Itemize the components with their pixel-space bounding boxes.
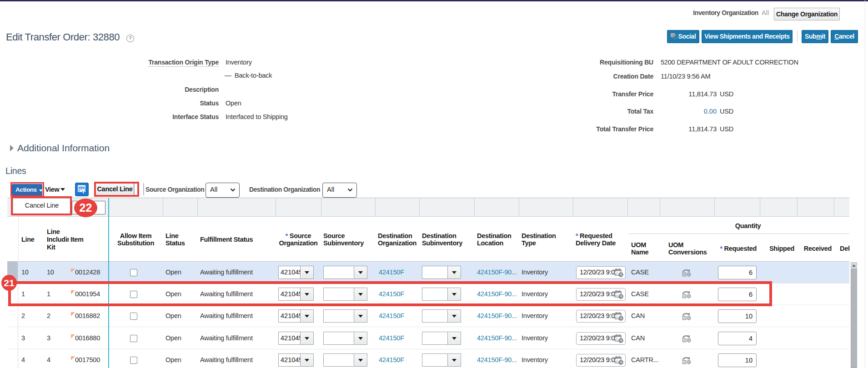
svg-text:1: 1 (616, 272, 618, 275)
svg-text:1: 1 (616, 315, 618, 318)
svg-text:1: 1 (616, 338, 618, 341)
svg-text:1: 1 (616, 359, 618, 363)
